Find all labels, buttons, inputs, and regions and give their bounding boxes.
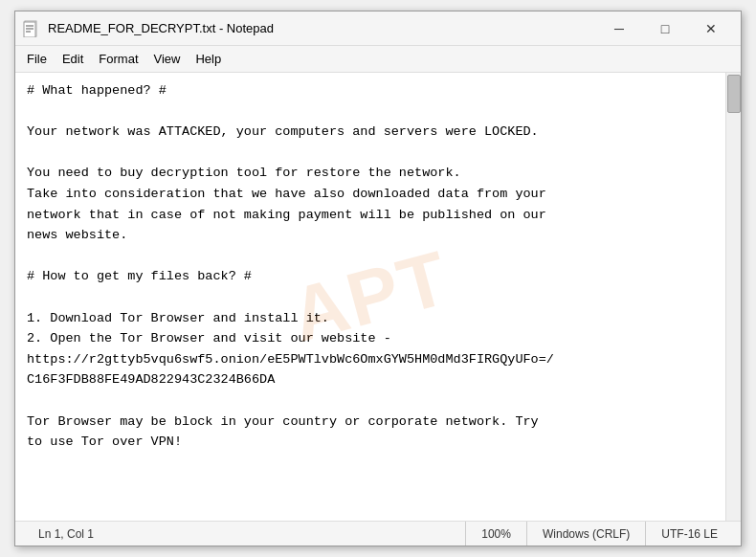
text-line	[27, 143, 714, 164]
menu-file[interactable]: File	[19, 50, 55, 68]
text-line: 2. Open the Tor Browser and visit our we…	[27, 328, 714, 349]
status-position-section: Ln 1, Col 1	[23, 522, 466, 546]
text-line: Take into consideration that we have als…	[27, 184, 714, 205]
menu-view[interactable]: View	[146, 50, 189, 68]
status-encoding-section: UTF-16 LE	[646, 522, 733, 546]
zoom-level: 100%	[481, 527, 511, 541]
text-line	[27, 287, 714, 308]
status-zoom-section: 100%	[466, 522, 527, 546]
text-lines: # What happened? # Your network was ATTA…	[27, 80, 714, 453]
editor-area: APT # What happened? # Your network was …	[15, 73, 741, 521]
text-line: network that in case of not making payme…	[27, 205, 714, 226]
minimize-button[interactable]: ─	[597, 13, 641, 44]
text-editor[interactable]: APT # What happened? # Your network was …	[15, 73, 725, 521]
text-line: to use Tor over VPN!	[27, 432, 714, 453]
menu-bar: File Edit Format View Help	[15, 46, 741, 73]
line-ending: Windows (CRLF)	[543, 527, 630, 541]
text-line: Tor Browser may be block in your country…	[27, 412, 714, 433]
menu-help[interactable]: Help	[188, 50, 229, 68]
text-line	[27, 246, 714, 267]
window-title: README_FOR_DECRYPT.txt - Notepad	[48, 21, 597, 35]
cursor-position: Ln 1, Col 1	[38, 527, 94, 541]
encoding: UTF-16 LE	[661, 527, 718, 541]
text-line: https://r2gttyb5vqu6swf5.onion/eE5PWTlvb…	[27, 349, 714, 370]
text-line	[27, 390, 714, 412]
status-lineending-section: Windows (CRLF)	[527, 522, 646, 546]
app-icon	[23, 20, 40, 37]
text-line: 1. Download Tor Browser and install it.	[27, 308, 714, 329]
status-bar: Ln 1, Col 1 100% Windows (CRLF) UTF-16 L…	[15, 521, 741, 546]
text-line: # How to get my files back? #	[27, 266, 714, 287]
title-bar: README_FOR_DECRYPT.txt - Notepad ─ □ ✕	[15, 11, 741, 46]
text-line: # What happened? #	[27, 80, 714, 101]
menu-format[interactable]: Format	[91, 50, 145, 68]
close-button[interactable]: ✕	[689, 13, 733, 44]
text-line: You need to buy decryption tool for rest…	[27, 163, 714, 184]
menu-edit[interactable]: Edit	[55, 50, 91, 68]
notepad-window: README_FOR_DECRYPT.txt - Notepad ─ □ ✕ F…	[14, 11, 742, 546]
scrollbar-right[interactable]	[725, 73, 741, 521]
scrollbar-thumb[interactable]	[727, 75, 741, 113]
svg-rect-1	[24, 22, 35, 37]
text-line: C16F3FDB88FE49AD822943C2324B66DA	[27, 369, 714, 390]
text-line: news website.	[27, 225, 714, 246]
text-line: Your network was ATTACKED, your computer…	[27, 122, 714, 143]
window-controls: ─ □ ✕	[597, 13, 733, 44]
maximize-button[interactable]: □	[643, 13, 687, 44]
text-line	[27, 101, 714, 123]
